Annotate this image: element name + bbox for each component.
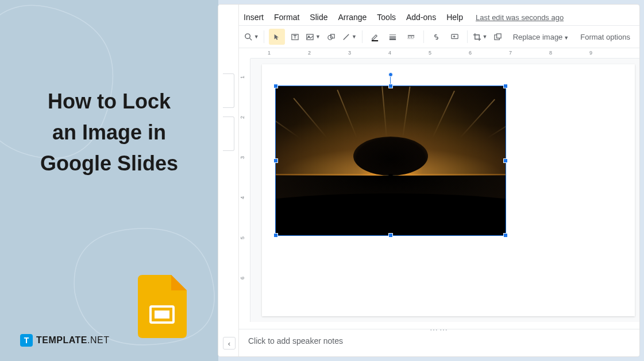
menu-help[interactable]: Help — [446, 13, 463, 22]
google-slides-window: Insert Format Slide Arrange Tools Add-on… — [218, 5, 639, 356]
thumbnail-strip — [218, 5, 239, 356]
link-button[interactable] — [429, 29, 444, 45]
google-slides-icon — [138, 275, 187, 338]
collapse-filmstrip-button[interactable]: ‹ — [223, 337, 236, 350]
menu-arrange[interactable]: Arrange — [338, 13, 367, 22]
svg-rect-12 — [372, 40, 378, 41]
border-color-button[interactable] — [367, 29, 383, 45]
svg-rect-1 — [155, 310, 169, 319]
menu-addons[interactable]: Add-ons — [406, 13, 436, 22]
svg-rect-24 — [497, 33, 502, 38]
horizontal-ruler: 123456789 — [250, 48, 639, 59]
border-dash-button[interactable] — [403, 29, 418, 45]
svg-line-3 — [249, 38, 252, 40]
svg-line-11 — [344, 34, 349, 39]
image-tool[interactable]: ▼ — [305, 29, 321, 45]
left-panel: How to Lock an Image in Google Slides T … — [0, 0, 218, 361]
resize-handle-bm[interactable] — [388, 233, 393, 238]
resize-handle-tr[interactable] — [503, 84, 508, 88]
resize-handle-tm[interactable] — [388, 84, 393, 88]
format-options-button[interactable]: Format options — [576, 33, 635, 41]
replace-image-button[interactable]: Replace image▼ — [508, 33, 574, 41]
brand-logo-icon: T — [20, 334, 33, 347]
title-line-1: How to Lock — [48, 90, 171, 113]
line-tool[interactable]: ▼ — [341, 29, 357, 45]
svg-point-9 — [328, 35, 333, 40]
edit-status[interactable]: Last edit was seconds ago — [476, 13, 564, 22]
select-tool[interactable] — [269, 29, 284, 45]
slide-thumbnail[interactable] — [223, 73, 234, 108]
notes-drag-handle[interactable]: ⋯⋯ — [430, 325, 449, 335]
selected-image[interactable] — [276, 86, 506, 235]
menubar: Insert Format Slide Arrange Tools Add-on… — [239, 9, 639, 25]
resize-handle-bl[interactable] — [273, 233, 278, 238]
crop-button[interactable]: ▼ — [472, 29, 488, 45]
title-line-3: Google Slides — [40, 152, 178, 175]
resize-handle-br[interactable] — [503, 233, 508, 238]
title-line-2: an Image in — [52, 121, 166, 144]
menu-tools[interactable]: Tools — [377, 13, 396, 22]
border-weight-button[interactable] — [385, 29, 400, 45]
menu-slide[interactable]: Slide — [310, 13, 327, 22]
speaker-notes-bar[interactable]: ⋯⋯ Click to add speaker notes — [239, 329, 639, 356]
comment-button[interactable] — [446, 29, 462, 45]
menu-format[interactable]: Format — [274, 13, 299, 22]
toolbar: ▼ ▼ ▼ ▼ Replace image▼ Format options — [239, 25, 639, 48]
resize-handle-tl[interactable] — [273, 84, 278, 88]
right-panel: Insert Format Slide Arrange Tools Add-on… — [218, 0, 644, 361]
rotation-handle[interactable] — [388, 72, 393, 77]
vertical-ruler: 123456 — [239, 59, 250, 322]
zoom-button[interactable]: ▼ — [244, 29, 259, 45]
canvas-area[interactable] — [250, 59, 639, 322]
resize-handle-mr[interactable] — [503, 158, 508, 163]
brand-text: TEMPLATE.NET — [36, 335, 109, 346]
slide-thumbnail[interactable] — [223, 117, 234, 151]
resize-handle-ml[interactable] — [273, 158, 278, 163]
selection-border — [275, 86, 506, 236]
mask-button[interactable] — [490, 29, 506, 45]
svg-point-2 — [245, 33, 250, 38]
brand: T TEMPLATE.NET — [20, 334, 109, 347]
menu-insert[interactable]: Insert — [244, 13, 264, 22]
slide[interactable] — [262, 64, 635, 316]
textbox-tool[interactable] — [287, 29, 303, 45]
shape-tool[interactable] — [323, 29, 339, 45]
page-title: How to Lock an Image in Google Slides — [23, 86, 195, 179]
